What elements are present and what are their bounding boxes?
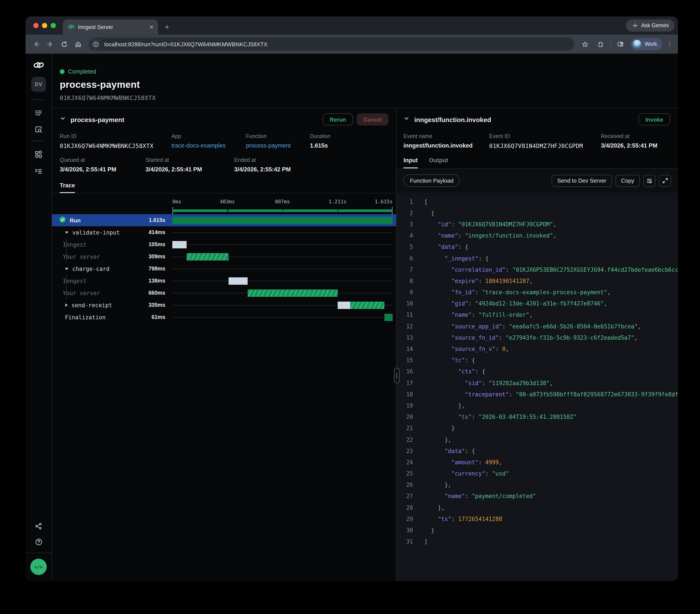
trace-row-your-server[interactable]: Your server309ms [52,251,396,263]
stage: Inngest Server ✕ + Ask Gemini [0,0,700,614]
site-info-icon[interactable] [90,39,101,49]
chevron-down-icon[interactable] [65,268,68,270]
function-payload-pill[interactable]: Function Payload [403,175,460,187]
browser-tab[interactable]: Inngest Server ✕ [63,20,158,35]
tree-connector [66,251,67,263]
tab-close-icon[interactable]: ✕ [149,24,154,30]
trace-row-send-receipt[interactable]: send-receipt335ms [52,299,396,311]
span-bar-queued[interactable] [338,302,350,309]
reload-button[interactable] [59,39,70,50]
dev-code-button[interactable]: </> [30,559,47,575]
address-bar[interactable]: localhost:8288/run?runID=01KJX6Q7W64NMKM… [89,38,574,51]
trace-row-validate-input[interactable]: validate-input414ms [52,226,396,239]
event-search-icon[interactable] [35,126,42,133]
trace-waterfall: 0ms403ms807ms1.211s1.615s [52,193,396,581]
line-number: 17 [403,380,413,386]
trace-row-inngest[interactable]: Inngest138ms [52,275,396,287]
send-to-dev-server-button[interactable]: Send to Dev Server [551,175,612,187]
trace-row-inngest[interactable]: Inngest105ms [52,239,396,251]
invoke-button[interactable]: Invoke [639,113,670,126]
tab-input[interactable]: Input [403,157,418,168]
inngest-app: DV [26,54,678,581]
zoom-window-button[interactable] [51,23,56,28]
collapse-run-chevron-icon[interactable] [60,116,66,123]
search-tabs-icon[interactable] [615,39,626,50]
span-bar-solid[interactable] [172,217,393,224]
back-button[interactable] [31,39,42,50]
page-header: Completed process-payment 01KJX6Q7W64NMK… [52,54,678,108]
status-badge: Completed [68,68,96,75]
line-number: 15 [403,357,413,363]
apps-icon[interactable] [35,151,42,158]
trace-row-run[interactable]: Run1.615s [52,214,396,226]
code-line: 8 "expire": 1804190141287, [397,276,678,287]
close-window-button[interactable] [33,23,39,28]
browser-menu-icon[interactable]: ⋮ [667,41,673,48]
copy-button[interactable]: Copy [615,175,640,187]
payload-code-editor[interactable]: 1[2 {3 "id": "01KJX6Q7V81N4DMZ7HFJ0CGPDM… [397,193,678,581]
span-duration: 798ms [149,266,172,272]
span-bar-queued[interactable] [172,241,187,248]
trace-minimap[interactable] [172,207,393,214]
span-duration: 1.615s [149,217,172,223]
span-bar-hatched[interactable] [187,253,228,260]
event-id-field: Event ID 01KJX6Q7V81N4DMZ7HFJ0CGPDM [489,133,601,149]
word-wrap-icon[interactable] [643,175,655,187]
status-dot [60,69,64,74]
chevron-down-icon[interactable] [65,231,68,233]
span-bar-hatched[interactable] [248,289,338,297]
code-line: 20 "ts": "2026-03-04T19:55:41.288158Z" [397,411,678,423]
code-line: 18 "traceparent": "00-a073fb598bfff8af82… [397,388,678,400]
line-number: 20 [403,414,413,420]
code-line: 21 } [397,423,678,434]
home-button[interactable] [72,39,84,50]
rerun-button[interactable]: Rerun [323,113,353,126]
span-bar-queued[interactable] [229,277,248,284]
inngest-logo-icon[interactable] [33,61,44,69]
function-link[interactable]: process-payment [246,142,310,149]
trace-row-your-server[interactable]: Your server660ms [52,287,396,299]
app-avatar[interactable]: DV [31,77,46,92]
run-panel-title: process-payment [71,116,124,123]
line-number: 5 [403,244,413,250]
span-name: Finalization [65,314,105,320]
forward-button[interactable] [45,39,56,50]
line-number: 6 [403,255,413,261]
profile-button[interactable]: Work [631,38,662,50]
tab-trace[interactable]: Trace [60,182,75,193]
collapse-event-chevron-icon[interactable] [403,116,410,123]
trace-row-charge-card[interactable]: charge-card798ms [52,263,396,275]
span-bar-solid[interactable] [384,314,393,321]
span-name: Your server [63,290,100,296]
panel-resize-handle[interactable] [394,368,400,383]
cancel-button[interactable]: Cancel [357,113,388,126]
new-tab-button[interactable]: + [165,23,169,31]
bookmark-star-icon[interactable] [579,39,590,50]
extensions-icon[interactable] [595,39,606,50]
tab-output[interactable]: Output [429,157,448,168]
trace-row-finalization[interactable]: Finalization61ms [52,311,396,323]
line-number: 27 [403,493,413,500]
toolbar-right: Work ⋮ [579,38,673,50]
minimize-window-button[interactable] [42,23,47,28]
span-duration: 61ms [151,314,172,320]
event-panel-title: inngest/function.invoked [414,116,491,123]
runs-list-icon[interactable] [35,110,42,116]
app-field: App trace-docs-examples [172,133,246,149]
code-line: 9 "fn_id": "trace-docs-examples-process-… [397,287,678,298]
tab-strip: Inngest Server ✕ + Ask Gemini [26,16,678,35]
window-controls [33,23,56,28]
ask-gemini-button[interactable]: Ask Gemini [626,20,674,31]
chevron-right-icon[interactable] [65,303,67,307]
share-feedback-icon[interactable] [35,523,42,529]
avatar [633,40,641,49]
app-link[interactable]: trace-docs-examples [172,142,246,149]
terminal-icon[interactable] [35,168,42,175]
code-line: 15 "tc": { [397,355,678,366]
span-duration: 660ms [149,290,172,296]
help-icon[interactable] [35,538,42,546]
url-text: localhost:8288/run?runID=01KJX6Q7W64NMKM… [104,41,267,47]
span-bar-hatched[interactable] [350,302,384,309]
expand-icon[interactable] [659,175,671,187]
tree-connector [66,275,67,287]
